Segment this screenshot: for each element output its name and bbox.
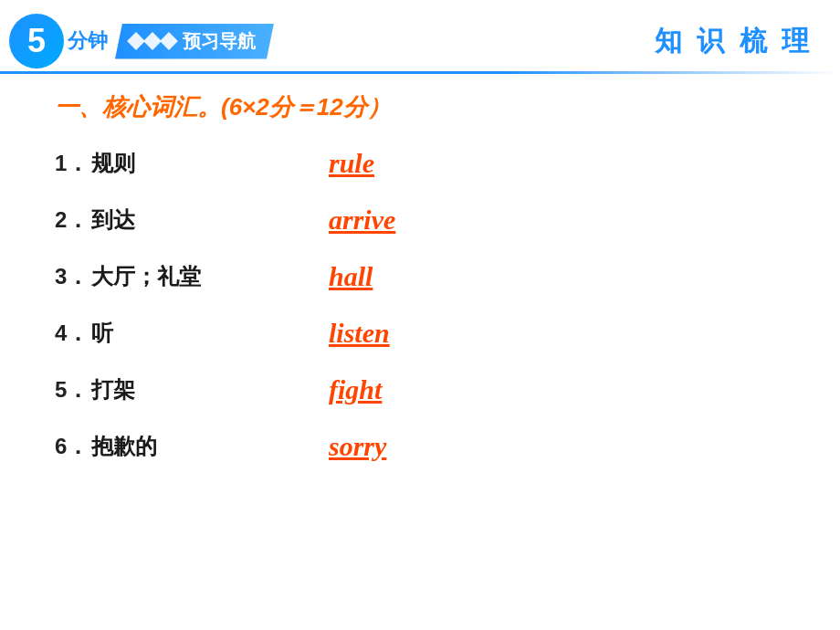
vocab-chinese: 大厅；礼堂 (91, 262, 329, 291)
vocab-list: 1．规则rule2．到达arrive3．大厅；礼堂hall4．听listen5．… (55, 142, 803, 468)
vocab-item: 6．抱歉的sorry (55, 425, 803, 468)
diamond-icon-1 (127, 32, 145, 50)
header-left: 5 分钟 预习导航 (9, 14, 274, 68)
vocab-english: arrive (329, 205, 395, 236)
vocab-num: 3． (55, 262, 91, 291)
vocab-english: sorry (329, 431, 386, 462)
header: 5 分钟 预习导航 知 识 梳 理 (0, 0, 840, 73)
section-title: 一、核心词汇。(6×2分＝12分） (55, 91, 803, 123)
vocab-num: 2． (55, 205, 91, 235)
banner-text: 预习导航 (183, 29, 256, 54)
vocab-num: 4． (55, 319, 91, 348)
vocab-item: 3．大厅；礼堂hall (55, 255, 803, 299)
circle-number: 5 (9, 14, 64, 68)
vocab-english: fight (329, 374, 382, 405)
vocab-num: 6． (55, 432, 91, 461)
vocab-num: 1． (55, 149, 91, 178)
vocab-item: 5．打架fight (55, 368, 803, 412)
header-underline (0, 71, 840, 74)
vocab-chinese: 打架 (91, 375, 329, 404)
vocab-english: listen (329, 318, 390, 349)
fenjian-label: 分钟 (68, 27, 108, 55)
vocab-chinese: 规则 (91, 149, 329, 178)
vocab-num: 5． (55, 375, 91, 404)
vocab-item: 2．到达arrive (55, 198, 803, 242)
banner-diamonds (130, 35, 175, 47)
vocab-english: hall (329, 261, 373, 292)
vocab-chinese: 到达 (91, 205, 329, 235)
vocab-chinese: 听 (91, 319, 329, 348)
banner: 预习导航 (115, 24, 274, 59)
vocab-item: 4．听listen (55, 311, 803, 355)
vocab-english: rule (329, 148, 374, 179)
diamond-icon-2 (143, 32, 162, 50)
diamond-icon-3 (160, 32, 178, 50)
right-title: 知 识 梳 理 (655, 23, 813, 60)
main-content: 一、核心词汇。(6×2分＝12分） 1．规则rule2．到达arrive3．大厅… (55, 91, 803, 468)
vocab-item: 1．规则rule (55, 142, 803, 185)
vocab-chinese: 抱歉的 (91, 432, 329, 461)
